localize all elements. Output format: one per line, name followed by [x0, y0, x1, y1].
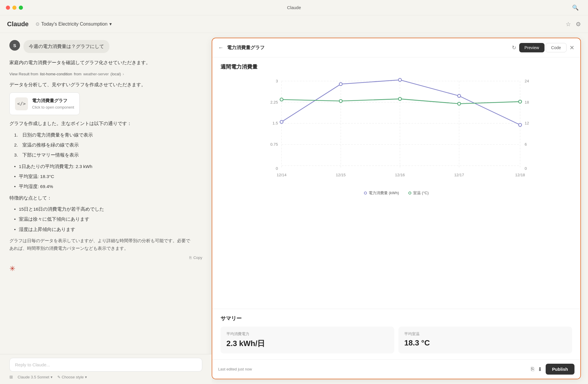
feature-item-3: 湿度は上昇傾向にあります — [19, 226, 202, 233]
minimize-traffic-light[interactable] — [12, 6, 16, 10]
settings-button[interactable]: ⚙ — [576, 21, 581, 28]
copy-icon: ⎘ — [189, 255, 192, 260]
svg-point-31 — [339, 99, 342, 102]
card2-value: 18.3 °C — [404, 338, 566, 348]
svg-point-26 — [339, 83, 342, 86]
tab-preview[interactable]: Preview — [519, 43, 544, 52]
legend-dot-electricity — [364, 192, 367, 195]
nav-title-chevron: ▾ — [109, 21, 112, 27]
tool-call-badge[interactable]: View Result from list-home-condition fro… — [9, 71, 124, 77]
card1-label: 平均消費電力 — [226, 331, 388, 337]
chart-title: 週間電力消費量 — [220, 63, 572, 70]
feature-item-1: 15日と16日の消費電力が若干高めでした — [19, 205, 202, 213]
style-icon: ✎ — [57, 375, 61, 379]
download-button[interactable]: ⬇ — [538, 366, 542, 373]
input-area: Reply to Claude... ⊞ Claude 3.5 Sonnet ▾… — [0, 354, 212, 384]
svg-text:12/17: 12/17 — [454, 173, 464, 177]
svg-point-28 — [457, 94, 460, 97]
navbar: Claude ⊙ Today's Electricity Consumption… — [0, 15, 588, 33]
tool-call-server: weather-server — [83, 71, 109, 77]
publish-button[interactable]: Publish — [546, 364, 574, 375]
traffic-lights — [6, 6, 23, 10]
preview-footer: Last edited just now ⎘ ⬇ Publish — [212, 359, 580, 379]
legend-temperature-label: 室温 (°C) — [413, 190, 429, 196]
preview-header: ← 電力消費量グラフ ↻ Preview Code ✕ — [212, 38, 580, 57]
component-title: 電力消費量グラフ — [32, 97, 74, 104]
close-traffic-light[interactable] — [6, 6, 10, 10]
tool-call-from: from — [74, 71, 81, 77]
app-logo: Claude — [7, 20, 29, 28]
svg-text:18: 18 — [524, 100, 529, 104]
features-list: 15日と16日の消費電力が若干高めでした 室温は徐々に低下傾向にあります 湿度は… — [9, 205, 202, 233]
svg-text:0.75: 0.75 — [270, 142, 278, 147]
assistant-intro: 家庭内の電力消費データを確認してグラフ化させていただきます。 — [9, 59, 202, 67]
preview-title: 電力消費量グラフ — [227, 45, 508, 51]
expand-button[interactable]: ⊞ — [9, 375, 13, 379]
svg-point-25 — [280, 120, 283, 123]
legend-electricity-label: 電力消費量 (kWh) — [369, 190, 399, 196]
svg-text:12/18: 12/18 — [515, 173, 525, 177]
legend-dot-temperature — [408, 192, 411, 195]
summary-card-temperature: 平均室温 18.3 °C — [398, 327, 572, 353]
user-message: S 今週の電力消費量は？グラフにして — [9, 40, 202, 53]
nav-title-button[interactable]: ⊙ Today's Electricity Consumption ▾ — [36, 21, 111, 27]
tool-call-local: (local) — [111, 71, 121, 77]
svg-text:24: 24 — [524, 79, 529, 83]
star-button[interactable]: ☆ — [566, 21, 571, 28]
copy-button[interactable]: ⎘ Copy — [189, 255, 202, 260]
copy-to-clipboard-button[interactable]: ⎘ — [531, 366, 534, 372]
model-chevron: ▾ — [51, 375, 53, 379]
preview-back-button[interactable]: ← — [218, 45, 223, 51]
svg-text:1.5: 1.5 — [273, 121, 278, 125]
style-chevron: ▾ — [85, 375, 87, 379]
tab-code[interactable]: Code — [546, 43, 567, 52]
close-preview-button[interactable]: ✕ — [569, 44, 574, 51]
assistant-analysis: データを分析して、見やすいグラフを作成させていただきます。 — [9, 81, 202, 89]
tail-text: グラフは日毎のデータを表示していますが、より詳細な時間帯別の分析も可能です。必要… — [9, 237, 202, 252]
bullet-list: 1日あたりの平均消費電力: 2.3 kWh 平均室温: 18.3°C 平均湿度:… — [9, 163, 202, 191]
preview-panel: ← 電力消費量グラフ ↻ Preview Code ✕ 週間電力消費量 — [212, 38, 581, 379]
component-code-icon: </> — [15, 97, 28, 110]
features-intro: 特徴的な点として： — [9, 194, 202, 202]
summary-section: サマリー 平均消費電力 2.3 kWh/日 平均室温 18.3 °C — [212, 309, 580, 359]
chart-container: 0 0.75 1.5 2.25 3 0 6 12 18 24 12/14 12/… — [220, 75, 572, 187]
card2-label: 平均室温 — [404, 331, 566, 337]
svg-point-29 — [519, 123, 522, 126]
nav-right-actions: ☆ ⚙ — [566, 21, 581, 28]
svg-text:3: 3 — [276, 79, 278, 83]
input-box[interactable]: Reply to Claude... — [9, 358, 202, 372]
input-bottom: ⊞ Claude 3.5 Sonnet ▾ ✎ Choose style ▾ — [9, 375, 202, 379]
svg-text:6: 6 — [524, 142, 527, 147]
svg-text:12/14: 12/14 — [277, 173, 287, 177]
svg-point-33 — [457, 102, 460, 105]
numbered-item-1: 日別の電力消費量を青い線で表示 — [14, 131, 202, 139]
numbered-item-3: 下部にサマリー情報を表示 — [14, 151, 202, 159]
bullet-item-1: 1日あたりの平均消費電力: 2.3 kWh — [19, 163, 202, 170]
nav-title-icon: ⊙ — [36, 21, 39, 27]
search-icon[interactable]: 🔍 — [572, 4, 579, 11]
style-label: Choose style — [62, 375, 84, 379]
model-label: Claude 3.5 Sonnet — [18, 375, 49, 379]
sparkle-icon: ✳ — [9, 265, 202, 273]
component-info: 電力消費量グラフ Click to open component — [32, 97, 74, 111]
svg-text:0: 0 — [276, 166, 278, 171]
preview-header-actions: ↻ Preview Code ✕ — [512, 43, 574, 52]
svg-text:12/15: 12/15 — [336, 173, 345, 177]
maximize-traffic-light[interactable] — [19, 6, 23, 10]
svg-point-34 — [519, 100, 522, 103]
summary-cards: 平均消費電力 2.3 kWh/日 平均室温 18.3 °C — [220, 327, 572, 353]
legend-temperature: 室温 (°C) — [408, 190, 429, 196]
nav-title-text: Today's Electricity Consumption — [41, 21, 107, 27]
tool-call-prefix: View Result from — [9, 71, 38, 77]
svg-point-32 — [398, 97, 401, 100]
style-selector[interactable]: ✎ Choose style ▾ — [57, 375, 87, 379]
refresh-button[interactable]: ↻ — [512, 44, 516, 51]
chart-legend: 電力消費量 (kWh) 室温 (°C) — [220, 190, 572, 196]
summary-intro: グラフを作成しました。主なポイントは以下の通りです： — [9, 120, 202, 127]
numbered-list: 日別の電力消費量を青い線で表示 室温の推移を緑の線で表示 下部にサマリー情報を表… — [9, 131, 202, 159]
chat-panel: S 今週の電力消費量は？グラフにして 家庭内の電力消費データを確認してグラフ化さ… — [0, 33, 212, 384]
svg-text:12: 12 — [524, 121, 529, 125]
model-selector[interactable]: Claude 3.5 Sonnet ▾ — [18, 375, 53, 379]
component-box[interactable]: </> 電力消費量グラフ Click to open component — [9, 92, 80, 115]
svg-point-30 — [280, 98, 283, 101]
